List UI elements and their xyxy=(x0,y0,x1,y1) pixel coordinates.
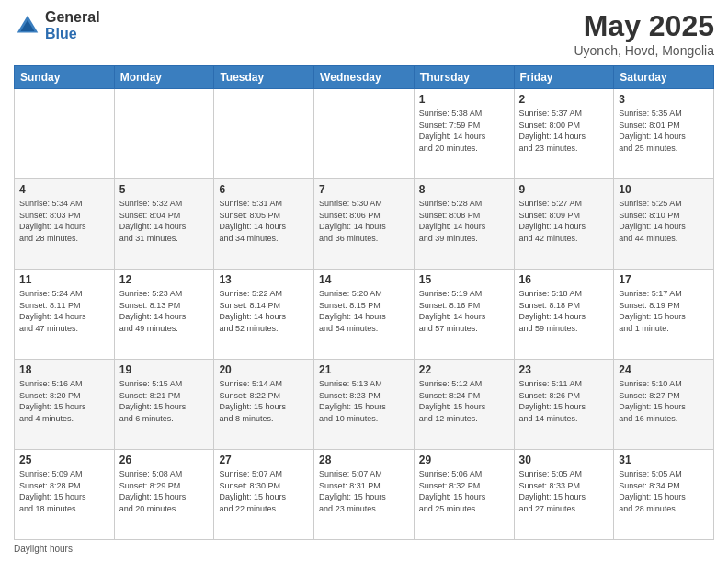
day-number: 10 xyxy=(619,183,709,196)
calendar-cell: 17Sunrise: 5:17 AM Sunset: 8:19 PM Dayli… xyxy=(614,270,714,360)
day-info: Sunrise: 5:07 AM Sunset: 8:30 PM Dayligh… xyxy=(219,468,309,514)
day-info: Sunrise: 5:13 AM Sunset: 8:23 PM Dayligh… xyxy=(319,378,409,424)
calendar-cell: 4Sunrise: 5:34 AM Sunset: 8:03 PM Daylig… xyxy=(15,179,115,270)
header: General Blue May 2025 Uyonch, Hovd, Mong… xyxy=(14,9,714,58)
calendar-header: SundayMondayTuesdayWednesdayThursdayFrid… xyxy=(15,66,714,89)
calendar-cell: 6Sunrise: 5:31 AM Sunset: 8:05 PM Daylig… xyxy=(214,179,314,270)
day-info: Sunrise: 5:10 AM Sunset: 8:27 PM Dayligh… xyxy=(619,378,709,424)
day-number: 27 xyxy=(219,454,309,466)
calendar-cell: 1Sunrise: 5:38 AM Sunset: 7:59 PM Daylig… xyxy=(414,89,514,179)
week-row-4: 18Sunrise: 5:16 AM Sunset: 8:20 PM Dayli… xyxy=(15,360,714,450)
day-info: Sunrise: 5:24 AM Sunset: 8:11 PM Dayligh… xyxy=(19,288,109,334)
calendar-cell: 21Sunrise: 5:13 AM Sunset: 8:23 PM Dayli… xyxy=(314,360,415,450)
week-row-3: 11Sunrise: 5:24 AM Sunset: 8:11 PM Dayli… xyxy=(15,270,714,360)
calendar-cell: 12Sunrise: 5:23 AM Sunset: 8:13 PM Dayli… xyxy=(114,270,214,360)
calendar-cell: 3Sunrise: 5:35 AM Sunset: 8:01 PM Daylig… xyxy=(614,89,714,179)
day-number: 25 xyxy=(19,454,109,466)
day-info: Sunrise: 5:14 AM Sunset: 8:22 PM Dayligh… xyxy=(219,378,309,424)
calendar-cell: 2Sunrise: 5:37 AM Sunset: 8:00 PM Daylig… xyxy=(514,89,614,179)
calendar-cell: 22Sunrise: 5:12 AM Sunset: 8:24 PM Dayli… xyxy=(414,360,514,450)
calendar-cell xyxy=(214,89,314,179)
day-info: Sunrise: 5:08 AM Sunset: 8:29 PM Dayligh… xyxy=(119,468,210,514)
calendar-table: SundayMondayTuesdayWednesdayThursdayFrid… xyxy=(14,65,714,540)
day-number: 13 xyxy=(219,273,309,286)
calendar-cell: 27Sunrise: 5:07 AM Sunset: 8:30 PM Dayli… xyxy=(214,450,314,540)
weekday-header-wednesday: Wednesday xyxy=(314,66,415,89)
calendar-cell: 24Sunrise: 5:10 AM Sunset: 8:27 PM Dayli… xyxy=(614,360,714,450)
weekday-header-friday: Friday xyxy=(514,66,614,89)
week-row-1: 1Sunrise: 5:38 AM Sunset: 7:59 PM Daylig… xyxy=(15,89,714,179)
page: General Blue May 2025 Uyonch, Hovd, Mong… xyxy=(0,0,728,563)
calendar-cell: 11Sunrise: 5:24 AM Sunset: 8:11 PM Dayli… xyxy=(15,270,115,360)
logo-text: General Blue xyxy=(45,9,100,41)
logo: General Blue xyxy=(14,9,100,41)
day-info: Sunrise: 5:16 AM Sunset: 8:20 PM Dayligh… xyxy=(19,378,109,424)
footer-note: Daylight hours xyxy=(14,544,714,554)
day-number: 7 xyxy=(319,183,409,196)
day-info: Sunrise: 5:35 AM Sunset: 8:01 PM Dayligh… xyxy=(619,108,709,154)
calendar-body: 1Sunrise: 5:38 AM Sunset: 7:59 PM Daylig… xyxy=(15,89,714,540)
calendar-cell: 9Sunrise: 5:27 AM Sunset: 8:09 PM Daylig… xyxy=(514,179,614,270)
day-number: 18 xyxy=(19,363,109,376)
calendar-cell xyxy=(114,89,214,179)
weekday-header-monday: Monday xyxy=(114,66,214,89)
day-number: 22 xyxy=(419,363,509,376)
calendar-cell: 15Sunrise: 5:19 AM Sunset: 8:16 PM Dayli… xyxy=(414,270,514,360)
calendar-cell: 16Sunrise: 5:18 AM Sunset: 8:18 PM Dayli… xyxy=(514,270,614,360)
day-number: 16 xyxy=(519,273,609,286)
day-info: Sunrise: 5:05 AM Sunset: 8:33 PM Dayligh… xyxy=(519,468,609,514)
day-number: 23 xyxy=(519,363,609,376)
logo-icon xyxy=(14,12,41,40)
calendar-cell: 31Sunrise: 5:05 AM Sunset: 8:34 PM Dayli… xyxy=(614,450,714,540)
day-number: 11 xyxy=(19,273,109,286)
calendar-cell: 7Sunrise: 5:30 AM Sunset: 8:06 PM Daylig… xyxy=(314,179,415,270)
day-number: 2 xyxy=(519,93,609,106)
day-info: Sunrise: 5:18 AM Sunset: 8:18 PM Dayligh… xyxy=(519,288,609,334)
day-number: 4 xyxy=(19,183,109,196)
day-info: Sunrise: 5:19 AM Sunset: 8:16 PM Dayligh… xyxy=(419,288,509,334)
day-info: Sunrise: 5:38 AM Sunset: 7:59 PM Dayligh… xyxy=(419,108,509,154)
day-number: 30 xyxy=(519,454,609,466)
day-number: 26 xyxy=(119,454,210,466)
day-info: Sunrise: 5:15 AM Sunset: 8:21 PM Dayligh… xyxy=(119,378,210,424)
day-number: 3 xyxy=(619,93,709,106)
day-info: Sunrise: 5:17 AM Sunset: 8:19 PM Dayligh… xyxy=(619,288,709,334)
day-info: Sunrise: 5:31 AM Sunset: 8:05 PM Dayligh… xyxy=(219,198,309,244)
day-number: 24 xyxy=(619,363,709,376)
weekday-header-thursday: Thursday xyxy=(414,66,514,89)
day-info: Sunrise: 5:28 AM Sunset: 8:08 PM Dayligh… xyxy=(419,198,509,244)
day-info: Sunrise: 5:12 AM Sunset: 8:24 PM Dayligh… xyxy=(419,378,509,424)
day-number: 28 xyxy=(319,454,409,466)
calendar-cell: 29Sunrise: 5:06 AM Sunset: 8:32 PM Dayli… xyxy=(414,450,514,540)
day-number: 21 xyxy=(319,363,409,376)
day-info: Sunrise: 5:23 AM Sunset: 8:13 PM Dayligh… xyxy=(119,288,210,334)
day-info: Sunrise: 5:11 AM Sunset: 8:26 PM Dayligh… xyxy=(519,378,609,424)
day-info: Sunrise: 5:27 AM Sunset: 8:09 PM Dayligh… xyxy=(519,198,609,244)
day-info: Sunrise: 5:32 AM Sunset: 8:04 PM Dayligh… xyxy=(119,198,210,244)
day-number: 5 xyxy=(119,183,210,196)
calendar-cell: 23Sunrise: 5:11 AM Sunset: 8:26 PM Dayli… xyxy=(514,360,614,450)
day-number: 1 xyxy=(419,93,509,106)
day-number: 14 xyxy=(319,273,409,286)
title-location: Uyonch, Hovd, Mongolia xyxy=(574,43,714,58)
calendar-cell: 13Sunrise: 5:22 AM Sunset: 8:14 PM Dayli… xyxy=(214,270,314,360)
weekday-header-saturday: Saturday xyxy=(614,66,714,89)
day-number: 15 xyxy=(419,273,509,286)
weekday-row: SundayMondayTuesdayWednesdayThursdayFrid… xyxy=(15,66,714,89)
title-month: May 2025 xyxy=(574,9,714,43)
calendar-cell: 8Sunrise: 5:28 AM Sunset: 8:08 PM Daylig… xyxy=(414,179,514,270)
day-number: 6 xyxy=(219,183,309,196)
day-info: Sunrise: 5:37 AM Sunset: 8:00 PM Dayligh… xyxy=(519,108,609,154)
calendar-cell: 28Sunrise: 5:07 AM Sunset: 8:31 PM Dayli… xyxy=(314,450,415,540)
day-number: 20 xyxy=(219,363,309,376)
calendar-cell xyxy=(15,89,115,179)
calendar-cell: 25Sunrise: 5:09 AM Sunset: 8:28 PM Dayli… xyxy=(15,450,115,540)
footer-text: Daylight hours xyxy=(14,544,73,554)
logo-blue: Blue xyxy=(45,26,100,42)
day-info: Sunrise: 5:07 AM Sunset: 8:31 PM Dayligh… xyxy=(319,468,409,514)
day-info: Sunrise: 5:30 AM Sunset: 8:06 PM Dayligh… xyxy=(319,198,409,244)
weekday-header-sunday: Sunday xyxy=(15,66,115,89)
calendar-cell: 14Sunrise: 5:20 AM Sunset: 8:15 PM Dayli… xyxy=(314,270,415,360)
title-block: May 2025 Uyonch, Hovd, Mongolia xyxy=(574,9,714,58)
calendar-cell: 19Sunrise: 5:15 AM Sunset: 8:21 PM Dayli… xyxy=(114,360,214,450)
